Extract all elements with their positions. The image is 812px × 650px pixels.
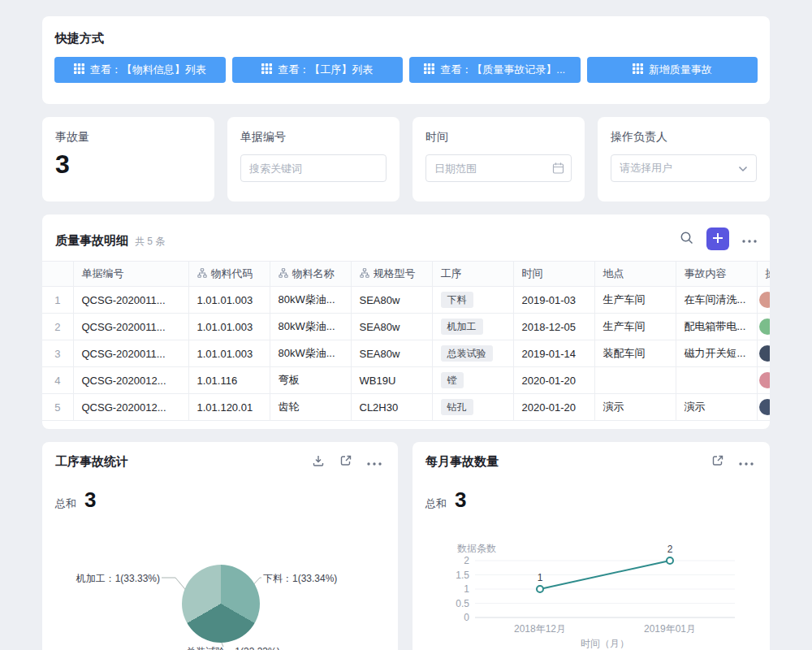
table-row[interactable]: 5 QCSG-2020012... 1.01.120.01 齿轮 CL2H30 … xyxy=(42,394,770,421)
shortcut-view-quality-records-button[interactable]: 查看：【质量事故记录】... xyxy=(409,57,581,83)
quality-accident-table-card: 质量事故明细 共 5 条 单据编号 物料代码 物料名称 规格型号 工序 xyxy=(42,214,770,429)
cell-doc-no: QCSG-2020011... xyxy=(73,287,188,314)
shortcut-view-process-list-button[interactable]: 查看：【工序】列表 xyxy=(232,57,404,83)
table-more-button[interactable] xyxy=(742,233,757,245)
stat-card-accident-count: 事故量 3 xyxy=(42,117,214,202)
cell-process: 镗 xyxy=(432,367,513,394)
shortcut-buttons-row: 查看：【物料信息】列表 查看：【工序】列表 查看：【质量事故记录】... 新增质… xyxy=(42,57,770,83)
cell-process: 机加工 xyxy=(432,314,513,340)
calendar-icon xyxy=(552,162,564,175)
pie-chart[interactable] xyxy=(182,565,260,643)
download-icon xyxy=(312,454,325,470)
cell-owner xyxy=(757,367,770,394)
x-axis-title: 时间（月） xyxy=(581,638,629,649)
cell-owner xyxy=(757,394,770,421)
shortcuts-title: 快捷方式 xyxy=(42,16,770,57)
data-point-label: 2 xyxy=(667,544,673,555)
table-title: 质量事故明细 xyxy=(55,233,128,249)
header-material-code[interactable]: 物料代码 xyxy=(188,262,270,287)
cell-time: 2020-01-20 xyxy=(513,394,594,421)
download-button[interactable] xyxy=(312,454,325,470)
cell-place: 演示 xyxy=(594,394,676,421)
grid-icon xyxy=(74,63,84,76)
header-label: 单据编号 xyxy=(82,266,124,281)
cell-place xyxy=(594,367,676,394)
total-label: 总和 xyxy=(425,496,447,511)
open-in-new-icon xyxy=(339,454,352,470)
avatar xyxy=(759,318,771,335)
table-row[interactable]: 4 QCSG-2020012... 1.01.116 弯板 WB19U 镗 20… xyxy=(42,367,770,394)
date-range-input[interactable] xyxy=(425,154,572,182)
cell-material-code: 1.01.01.003 xyxy=(188,287,270,314)
line-more-button[interactable] xyxy=(739,456,754,468)
pie-more-button[interactable] xyxy=(367,456,382,468)
header-material-name[interactable]: 物料名称 xyxy=(270,262,351,287)
chevron-down-icon xyxy=(738,161,748,176)
button-label: 查看：【工序】列表 xyxy=(278,63,373,77)
avatar xyxy=(759,399,771,415)
filter-card-time: 时间 xyxy=(412,117,585,202)
x-tick-label: 2019年01月 xyxy=(644,623,696,635)
shortcut-add-quality-accident-button[interactable]: 新增质量事故 xyxy=(587,57,758,83)
pie-label-machining: 机加工：1(33.33%) xyxy=(76,572,160,586)
data-point[interactable] xyxy=(667,557,673,564)
filter-label: 时间 xyxy=(425,130,572,145)
cell-material-name: 80kW柴油... xyxy=(270,340,351,367)
header-doc-no[interactable]: 单据编号 xyxy=(73,262,188,287)
row-index: 3 xyxy=(42,340,73,367)
cell-spec: CL2H30 xyxy=(351,394,432,421)
total-value: 3 xyxy=(84,489,96,510)
doc-no-search-input[interactable] xyxy=(240,154,387,182)
cell-content: 演示 xyxy=(676,394,757,421)
hierarchy-icon xyxy=(360,268,369,280)
cell-owner xyxy=(757,314,770,340)
row-index: 5 xyxy=(42,394,73,421)
table-row[interactable]: 2 QCSG-2020011... 1.01.01.003 80kW柴油... … xyxy=(42,314,770,340)
ellipsis-icon xyxy=(742,233,757,245)
cell-material-code: 1.01.01.003 xyxy=(188,314,270,340)
process-tag: 镗 xyxy=(441,372,464,388)
header-label: 物料代码 xyxy=(211,266,253,281)
cell-time: 2018-12-05 xyxy=(513,314,594,340)
header-owner[interactable]: 操作负责人 xyxy=(757,262,770,287)
cell-spec: SEA80w xyxy=(351,287,432,314)
table-row[interactable]: 3 QCSG-2020011... 1.01.01.003 80kW柴油... … xyxy=(42,340,770,367)
button-label: 新增质量事故 xyxy=(649,63,712,77)
line-chart: 数据条数 2 1.5 1 0.5 0 时间（月） 2018年12月12019年0… xyxy=(412,530,770,650)
shortcut-view-material-list-button[interactable]: 查看：【物料信息】列表 xyxy=(54,57,226,83)
y-axis-title: 数据条数 xyxy=(457,543,496,554)
hierarchy-icon xyxy=(279,268,288,280)
header-place[interactable]: 地点 xyxy=(594,262,676,287)
header-content[interactable]: 事故内容 xyxy=(676,262,757,287)
process-tag: 钻孔 xyxy=(441,399,473,415)
y-tick: 0.5 xyxy=(456,598,469,609)
cell-material-code: 1.01.116 xyxy=(188,367,270,394)
data-point[interactable] xyxy=(537,586,543,592)
search-icon xyxy=(680,231,693,247)
header-spec-model[interactable]: 规格型号 xyxy=(351,262,432,287)
shortcuts-card: 快捷方式 查看：【物料信息】列表 查看：【工序】列表 查看：【质量事故记录】..… xyxy=(42,16,770,104)
cell-place: 生产车间 xyxy=(594,287,676,314)
operator-select[interactable]: 请选择用户 xyxy=(611,154,757,182)
search-button[interactable] xyxy=(680,231,693,247)
y-tick: 1 xyxy=(464,583,469,595)
open-in-new-button[interactable] xyxy=(339,454,352,470)
x-tick-label: 2018年12月 xyxy=(514,623,566,635)
record-count: 共 5 条 xyxy=(135,235,165,249)
monthly-accident-count-card: 每月事故数量 总和 3 数据条数 2 1.5 1 0.5 0 时间（月） 201… xyxy=(412,442,770,650)
cell-doc-no: QCSG-2020012... xyxy=(73,367,188,394)
header-label: 地点 xyxy=(603,266,624,281)
open-in-new-button[interactable] xyxy=(711,454,724,470)
header-process[interactable]: 工序 xyxy=(432,262,513,287)
y-tick: 1.5 xyxy=(456,570,469,581)
add-record-button[interactable] xyxy=(706,228,729,250)
row-index: 1 xyxy=(42,287,73,314)
cell-material-name: 80kW柴油... xyxy=(270,314,351,340)
header-time[interactable]: 时间 xyxy=(513,262,594,287)
header-label: 物料名称 xyxy=(292,266,335,281)
cell-material-code: 1.01.120.01 xyxy=(188,394,270,421)
ellipsis-icon xyxy=(367,456,382,468)
cell-content xyxy=(676,367,757,394)
cell-content: 配电箱带电... xyxy=(676,314,757,340)
table-row[interactable]: 1 QCSG-2020011... 1.01.01.003 80kW柴油... … xyxy=(42,287,770,314)
